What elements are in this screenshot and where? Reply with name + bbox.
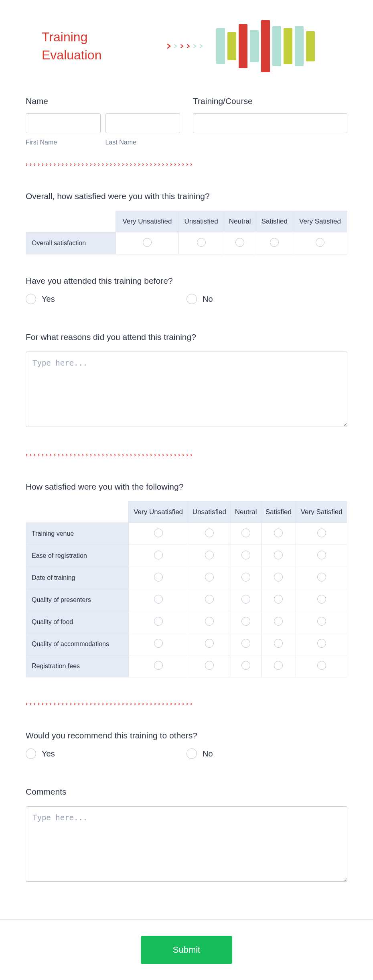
chevron-right-icon: › <box>146 451 148 458</box>
chevron-right-icon: › <box>110 451 112 458</box>
matrix-col-header: Very Unsatisfied <box>116 211 178 232</box>
chevron-right-icon: › <box>102 161 104 167</box>
chevron-right-icon: › <box>190 161 192 167</box>
name-label: Name <box>26 96 180 106</box>
matrix-radio[interactable] <box>205 617 214 626</box>
matrix-radio[interactable] <box>154 617 163 626</box>
matrix-radio[interactable] <box>205 595 214 604</box>
chevron-right-icon: › <box>74 700 76 707</box>
chevron-right-icon: › <box>166 700 168 707</box>
matrix-radio[interactable] <box>241 529 250 537</box>
matrix-radio[interactable] <box>317 595 326 604</box>
chevron-right-icon: › <box>70 451 72 458</box>
chevron-right-icon: › <box>166 161 168 167</box>
matrix-radio[interactable] <box>154 661 163 670</box>
chevron-right-icon: › <box>154 700 156 707</box>
matrix-col-header: Unsatisfied <box>188 502 231 523</box>
q-before-label: Have you attended this training before? <box>26 276 347 286</box>
before-yes-label: Yes <box>42 295 55 304</box>
comments-textarea[interactable] <box>26 806 347 882</box>
form-title: Training Evaluation <box>26 28 101 64</box>
matrix-radio[interactable] <box>205 661 214 670</box>
chevron-right-icon: › <box>122 161 124 167</box>
matrix-radio[interactable] <box>274 551 283 559</box>
chevron-right-icon: › <box>46 451 48 458</box>
matrix-row-label: Overall satisfaction <box>26 232 116 254</box>
q-items-label: How satisfied were you with the followin… <box>26 482 347 492</box>
matrix-radio[interactable] <box>197 238 206 247</box>
matrix-radio[interactable] <box>205 639 214 648</box>
matrix-radio[interactable] <box>274 639 283 648</box>
chevron-right-icon: › <box>154 161 156 167</box>
matrix-radio[interactable] <box>143 238 152 247</box>
reason-textarea[interactable] <box>26 352 347 427</box>
matrix-radio[interactable] <box>241 595 250 604</box>
matrix-radio[interactable] <box>316 238 324 247</box>
table-row: Ease of registration <box>26 545 347 567</box>
matrix-radio[interactable] <box>317 573 326 581</box>
matrix-radio[interactable] <box>154 551 163 559</box>
first-name-input[interactable] <box>26 113 101 133</box>
matrix-radio[interactable] <box>154 529 163 537</box>
matrix-radio[interactable] <box>317 639 326 648</box>
matrix-radio[interactable] <box>274 595 283 604</box>
matrix-radio[interactable] <box>274 573 283 581</box>
q-recommend-label: Would you recommend this training to oth… <box>26 731 347 740</box>
matrix-radio[interactable] <box>317 661 326 670</box>
chevron-right-icon: › <box>146 700 148 707</box>
matrix-radio[interactable] <box>317 551 326 559</box>
chevron-right-icon: › <box>114 161 116 167</box>
chevron-right-icon: › <box>130 161 132 167</box>
chevron-right-icon: › <box>162 161 164 167</box>
chevron-right-icon: › <box>50 700 52 707</box>
submit-button[interactable]: Submit <box>141 936 232 964</box>
matrix-radio[interactable] <box>241 617 250 626</box>
matrix-radio[interactable] <box>241 661 250 670</box>
chevron-right-icon: › <box>102 700 104 707</box>
matrix-radio[interactable] <box>154 595 163 604</box>
matrix-radio[interactable] <box>235 238 244 247</box>
last-name-input[interactable] <box>105 113 180 133</box>
chevron-right-icon: › <box>186 451 188 458</box>
matrix-radio[interactable] <box>241 573 250 581</box>
matrix-col-header: Unsatisfied <box>178 211 224 232</box>
chevron-right-icon: › <box>34 700 36 707</box>
chevron-right-icon: › <box>122 451 124 458</box>
before-no-option[interactable]: No <box>186 294 347 304</box>
recommend-no-option[interactable]: No <box>186 748 347 759</box>
matrix-radio[interactable] <box>241 551 250 559</box>
chevron-right-icon: › <box>118 451 120 458</box>
matrix-radio[interactable] <box>205 529 214 537</box>
matrix-row-label: Quality of presenters <box>26 589 129 611</box>
chevron-right-icon: › <box>146 161 148 167</box>
recommend-yes-option[interactable]: Yes <box>26 748 186 759</box>
matrix-radio[interactable] <box>205 573 214 581</box>
matrix-radio[interactable] <box>274 661 283 670</box>
matrix-radio[interactable] <box>274 617 283 626</box>
matrix-radio[interactable] <box>154 639 163 648</box>
chevron-right-icon: › <box>66 161 68 167</box>
matrix-radio[interactable] <box>241 639 250 648</box>
matrix-radio[interactable] <box>154 573 163 581</box>
table-row: Overall satisfaction <box>26 232 347 254</box>
matrix-radio[interactable] <box>317 617 326 626</box>
matrix-radio[interactable] <box>274 529 283 537</box>
chevron-right-icon: › <box>142 451 144 458</box>
chevron-right-icon: › <box>94 451 96 458</box>
chevron-right-icon: › <box>126 161 128 167</box>
matrix-col-header: Very Satisfied <box>293 211 347 232</box>
course-input[interactable] <box>193 113 347 133</box>
chevron-right-icon: › <box>170 700 172 707</box>
matrix-radio[interactable] <box>270 238 279 247</box>
last-name-sublabel: Last Name <box>105 139 180 146</box>
chevron-right-icon: › <box>150 161 152 167</box>
matrix-radio[interactable] <box>317 529 326 537</box>
radio-icon <box>186 294 197 304</box>
chevron-right-icon: › <box>114 700 116 707</box>
chevron-right-icon: › <box>118 161 120 167</box>
chevron-right-icon: › <box>82 161 84 167</box>
before-yes-option[interactable]: Yes <box>26 294 186 304</box>
matrix-col-header: Very Unsatisfied <box>129 502 188 523</box>
chevron-right-icon: › <box>158 161 160 167</box>
matrix-radio[interactable] <box>205 551 214 559</box>
